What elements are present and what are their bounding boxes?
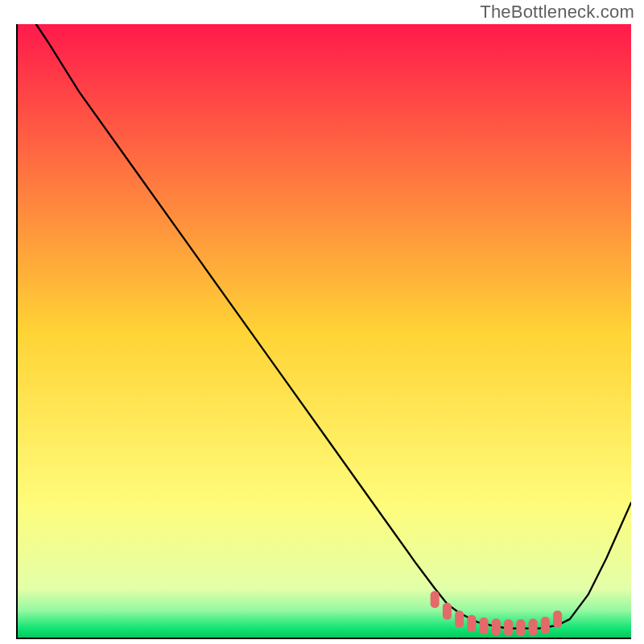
optimal-marker: [529, 619, 538, 636]
optimal-marker: [492, 619, 501, 636]
optimal-marker: [443, 603, 452, 620]
plot-axes: [16, 24, 631, 639]
optimal-marker: [467, 615, 476, 632]
optimal-marker: [431, 591, 440, 608]
chart-svg: [18, 24, 631, 638]
optimal-marker: [541, 617, 550, 634]
chart-frame: TheBottleneck.com: [0, 0, 644, 644]
watermark-text: TheBottleneck.com: [480, 2, 634, 23]
gradient-background: [18, 24, 631, 638]
optimal-marker: [455, 611, 464, 628]
optimal-marker: [504, 619, 513, 636]
plot-inner: [18, 24, 631, 638]
optimal-marker: [480, 617, 489, 634]
optimal-marker: [516, 619, 525, 636]
optimal-marker: [553, 611, 562, 628]
